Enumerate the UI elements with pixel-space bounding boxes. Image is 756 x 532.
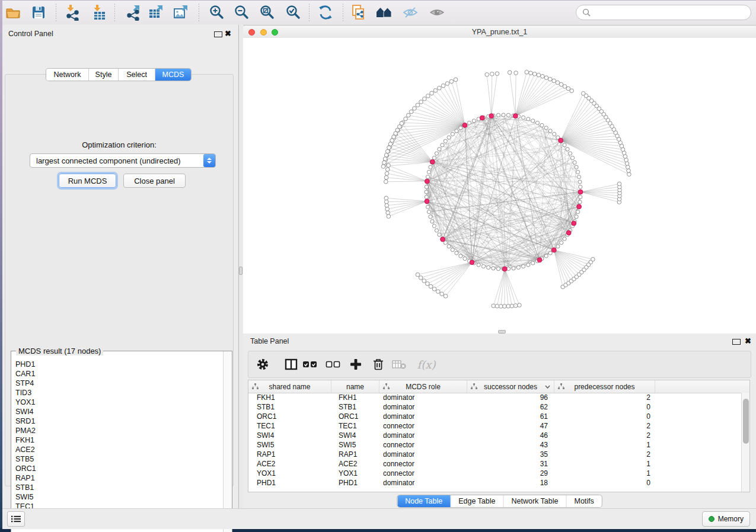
network-node[interactable] — [385, 149, 390, 153]
network-node[interactable] — [495, 304, 499, 308]
network-node[interactable] — [441, 84, 445, 88]
network-node[interactable] — [438, 233, 441, 236]
mcds-result-item[interactable]: CAR1 — [15, 369, 224, 379]
network-node[interactable] — [425, 195, 428, 198]
tab-node-table[interactable]: Node Table — [397, 495, 451, 507]
mcds-result-item[interactable]: PMA2 — [15, 426, 224, 435]
network-node[interactable] — [625, 162, 629, 166]
network-node[interactable] — [425, 190, 428, 194]
save-session-button[interactable] — [28, 2, 49, 23]
network-node[interactable] — [409, 110, 413, 114]
network-node[interactable] — [463, 257, 467, 261]
network-node[interactable] — [573, 161, 576, 164]
network-node[interactable] — [447, 136, 451, 139]
table-row[interactable]: SWI4SWI4dominator462 — [248, 431, 742, 440]
import-table-button[interactable] — [88, 2, 110, 23]
network-node[interactable] — [627, 172, 631, 177]
network-node[interactable] — [427, 170, 430, 174]
mcds-result-item[interactable]: RAP1 — [15, 473, 224, 483]
table-settings-button[interactable] — [253, 355, 272, 373]
add-column-button[interactable] — [346, 355, 365, 373]
mcds-list-scrollbar[interactable] — [223, 351, 232, 532]
network-node[interactable] — [626, 165, 630, 169]
mcds-result-item[interactable]: PHD1 — [15, 360, 224, 369]
zoom-fit-button[interactable] — [256, 2, 277, 23]
network-node[interactable] — [556, 81, 560, 85]
network-node[interactable] — [384, 200, 388, 204]
network-node[interactable] — [577, 175, 580, 179]
network-node[interactable] — [426, 282, 430, 286]
table-row[interactable]: TEC1TEC1connector472 — [248, 421, 742, 431]
column-header-shared-name[interactable]: shared name — [248, 380, 331, 393]
network-node[interactable] — [527, 117, 530, 121]
network-node[interactable] — [506, 305, 511, 309]
network-node[interactable] — [454, 78, 458, 82]
network-node[interactable] — [559, 82, 563, 86]
open-session-button[interactable] — [2, 2, 24, 23]
tab-mcds[interactable]: MCDS — [155, 69, 191, 81]
network-node[interactable] — [433, 89, 438, 93]
network-node[interactable] — [529, 71, 533, 75]
tab-network[interactable]: Network — [46, 69, 89, 81]
float-panel-icon[interactable] — [732, 339, 741, 345]
network-node[interactable] — [416, 273, 420, 277]
network-node[interactable] — [563, 237, 566, 241]
tab-motifs[interactable]: Motifs — [566, 495, 601, 507]
network-node[interactable] — [563, 85, 567, 89]
network-node[interactable] — [617, 182, 621, 186]
network-node[interactable] — [548, 129, 552, 133]
network-node[interactable] — [571, 156, 575, 159]
mcds-result-item[interactable]: STB5 — [15, 454, 224, 464]
mcds-result-item[interactable]: STP4 — [15, 379, 224, 388]
network-node[interactable] — [426, 175, 429, 179]
network-node[interactable] — [430, 220, 434, 223]
show-all-button[interactable] — [426, 2, 448, 23]
network-node[interactable] — [427, 210, 430, 214]
export-network-button[interactable] — [123, 2, 144, 23]
network-node[interactable] — [518, 303, 522, 307]
mcds-result-item[interactable]: ORC1 — [15, 464, 224, 473]
export-table-button[interactable] — [145, 2, 167, 23]
network-node[interactable] — [449, 79, 454, 84]
tab-network-table[interactable]: Network Table — [504, 495, 567, 507]
network-node[interactable] — [563, 143, 566, 147]
network-node[interactable] — [556, 245, 560, 248]
table-row[interactable]: SWI5SWI5connector431 — [248, 440, 742, 450]
network-node[interactable] — [432, 287, 436, 291]
network-window-titlebar[interactable]: YPA_prune.txt_1 — [243, 26, 756, 39]
network-node[interactable] — [387, 146, 391, 150]
mcds-hub-node[interactable] — [470, 260, 474, 265]
column-header-name[interactable]: name — [331, 380, 379, 393]
network-node[interactable] — [383, 157, 387, 161]
network-node[interactable] — [575, 215, 578, 219]
network-node[interactable] — [522, 265, 525, 268]
network-node[interactable] — [552, 79, 556, 83]
network-node[interactable] — [436, 290, 441, 294]
tab-edge-table[interactable]: Edge Table — [451, 495, 503, 507]
network-node[interactable] — [532, 72, 537, 76]
network-node[interactable] — [444, 294, 448, 299]
apply-layout-button[interactable] — [315, 2, 336, 23]
network-node[interactable] — [579, 195, 582, 198]
network-node[interactable] — [487, 265, 490, 269]
network-node[interactable] — [503, 305, 507, 309]
network-node[interactable] — [575, 165, 578, 169]
network-node[interactable] — [422, 279, 426, 283]
network-node[interactable] — [444, 139, 447, 143]
network-node[interactable] — [445, 82, 449, 86]
network-node[interactable] — [522, 116, 525, 119]
network-node[interactable] — [385, 207, 390, 211]
network-node[interactable] — [451, 132, 454, 136]
delete-table-button[interactable] — [390, 355, 409, 373]
network-node[interactable] — [413, 107, 417, 111]
network-node[interactable] — [516, 265, 520, 269]
network-node[interactable] — [481, 265, 485, 268]
network-node[interactable] — [576, 170, 580, 174]
close-panel-button[interactable]: Close panel — [123, 174, 186, 188]
network-node[interactable] — [627, 169, 631, 173]
network-node[interactable] — [553, 132, 556, 136]
import-network-button[interactable] — [62, 2, 83, 23]
network-node[interactable] — [499, 305, 503, 309]
network-node[interactable] — [455, 129, 458, 133]
network-node[interactable] — [429, 284, 433, 289]
